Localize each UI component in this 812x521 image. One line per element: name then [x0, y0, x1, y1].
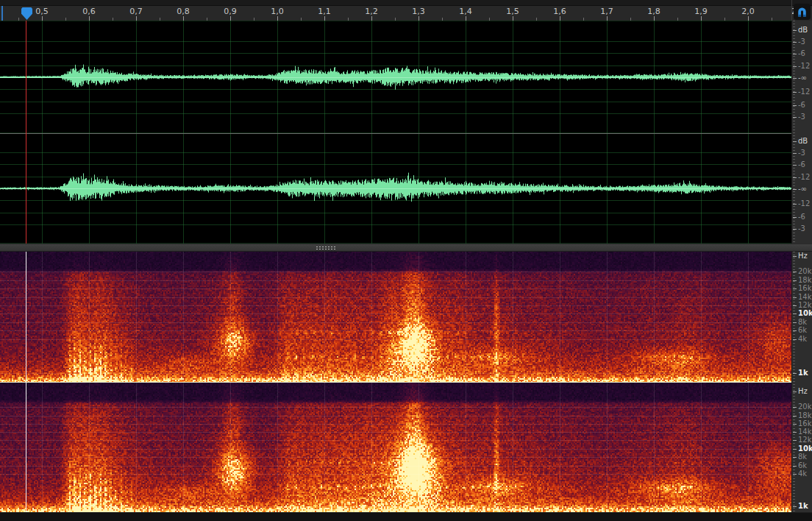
playhead-line-waveform[interactable] — [26, 21, 26, 244]
timeline-label: 1,3 — [412, 7, 425, 16]
scale-label: 18k — [798, 277, 812, 284]
spectrogram-panel-channel1[interactable] — [0, 252, 791, 383]
scale-tick — [793, 204, 797, 205]
panel-splitter[interactable] — [0, 244, 812, 252]
timeline-label: 1,7 — [600, 7, 613, 16]
scale-tick — [793, 432, 797, 433]
scale-tick — [793, 229, 797, 230]
scale-tick — [793, 339, 797, 340]
scale-label: 14k — [798, 428, 812, 436]
selection-start-line — [1, 6, 3, 21]
scale-label: 20k — [798, 403, 812, 411]
timeline-label: 1,0 — [271, 7, 284, 16]
scale-label: 10k — [798, 310, 812, 317]
scale-label: 8k — [798, 453, 807, 461]
scale-label: 12k — [798, 302, 812, 309]
scale-tick — [793, 297, 797, 298]
scale-tick — [793, 330, 797, 331]
scale-tick — [793, 416, 797, 417]
timeline-label: 0,9 — [224, 7, 237, 16]
scale-tick — [793, 217, 797, 218]
scale-tick — [793, 449, 797, 450]
timeline-label: 2,0 — [741, 7, 755, 16]
scale-label: 20k — [798, 268, 812, 275]
scale-label: 8k — [798, 319, 807, 326]
spectrogram-panel-channel2[interactable] — [0, 383, 791, 512]
scale-tick — [793, 42, 797, 43]
scale-tick — [793, 177, 797, 178]
scale-label: -3 — [798, 113, 805, 121]
scale-tick — [793, 165, 797, 166]
scale-tick — [793, 78, 797, 79]
scale-tick — [793, 117, 797, 118]
timeline-label: 1,1 — [318, 7, 331, 16]
timeline-ruler[interactable]: 0,50,60,70,80,91,01,11,21,31,41,51,61,71… — [0, 6, 812, 21]
scale-tick — [793, 153, 797, 154]
ruler-separator — [791, 0, 792, 21]
scale-tick — [793, 313, 797, 314]
frequency-scale[interactable]: Hz20k18k16k14k12k10k8k6k4k1kHz20k18k16k1… — [791, 252, 812, 512]
playhead-line-spectrogram[interactable] — [26, 252, 26, 512]
amplitude-scale[interactable]: dB-3-6-12-∞-12-6-3dB-3-6-12-∞-12-6-3 — [791, 21, 812, 244]
waveform-panel-channel2[interactable] — [0, 133, 791, 244]
scale-label: 1k — [798, 503, 808, 510]
scale-tick — [793, 288, 797, 289]
scale-tick — [793, 407, 797, 408]
scale-label: 10k — [798, 445, 812, 453]
timeline-label: 1,9 — [694, 7, 708, 16]
scale-tick — [793, 256, 797, 257]
scale-label: -12 — [798, 63, 810, 70]
scale-tick — [793, 92, 797, 93]
timeline-label: 0,6 — [82, 7, 96, 16]
scale-tick — [793, 424, 797, 425]
scale-label: -∞ — [798, 74, 807, 82]
timeline-label: 1,2 — [365, 7, 378, 16]
timeline-label: 1,6 — [553, 7, 566, 16]
timeline-label: 1,8 — [647, 7, 660, 16]
scale-label: Hz — [798, 388, 808, 395]
scale-tick — [793, 105, 797, 106]
scale-label: 1k — [798, 369, 808, 377]
scale-label: dB — [798, 26, 808, 34]
scale-label: 12k — [798, 436, 812, 444]
scale-label: 6k — [798, 327, 807, 334]
scale-label: -3 — [798, 225, 805, 233]
scale-tick — [793, 474, 797, 475]
scale-tick — [793, 457, 797, 458]
scale-tick — [793, 141, 797, 142]
scale-tick — [793, 189, 797, 190]
scale-label: -12 — [798, 174, 810, 181]
scale-label: dB — [798, 138, 808, 145]
waveform-panel-channel1[interactable] — [0, 21, 791, 133]
audio-editor-window: 0,50,60,70,80,91,01,11,21,31,41,51,61,71… — [0, 0, 812, 521]
scale-tick — [793, 440, 797, 441]
scale-tick — [793, 280, 797, 281]
scale-label: -12 — [798, 88, 810, 96]
scale-tick — [793, 54, 797, 54]
scale-label: -12 — [798, 200, 810, 208]
scale-label: 18k — [798, 412, 812, 419]
scale-tick-column — [793, 252, 795, 512]
scale-label: -6 — [798, 213, 805, 221]
top-bar — [0, 0, 812, 6]
scale-tick — [793, 391, 797, 392]
bottom-bar — [0, 512, 812, 521]
scale-label: -3 — [798, 149, 805, 157]
scale-label: 16k — [798, 420, 812, 428]
magnet-icon — [797, 7, 808, 18]
scale-label: 16k — [798, 285, 812, 292]
timeline-label: 1,5 — [506, 7, 519, 16]
splitter-grip-icon — [316, 246, 336, 250]
scale-label: -6 — [798, 50, 805, 57]
scale-tick — [793, 373, 797, 374]
scale-tick — [793, 506, 797, 507]
snap-toggle-button[interactable] — [794, 4, 811, 20]
spectrogram-channel-separator — [0, 382, 791, 383]
timeline-label: 0,7 — [129, 7, 143, 16]
scale-tick — [793, 272, 797, 272]
scale-label: Hz — [798, 252, 808, 260]
scale-label: 6k — [798, 462, 807, 469]
scale-tick — [793, 466, 797, 467]
channel-separator — [0, 133, 791, 134]
scale-tick — [793, 30, 797, 31]
